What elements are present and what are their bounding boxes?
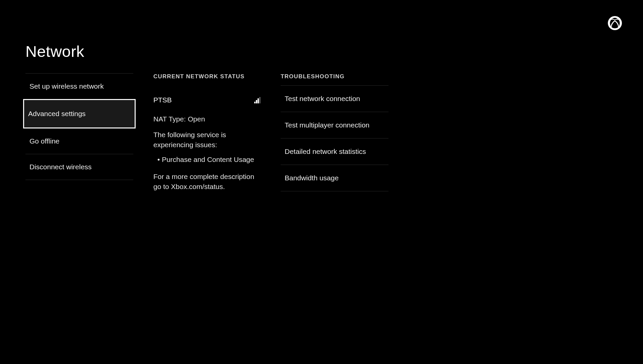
menu-item-disconnect-wireless[interactable]: Disconnect wireless [25,154,133,180]
network-name: PTSB [153,96,172,104]
trouble-item-test-multiplayer[interactable]: Test multiplayer connection [281,112,388,139]
page-title: Network [25,42,618,61]
trouble-item-label: Test multiplayer connection [285,121,369,129]
network-name-row: PTSB [153,96,261,104]
issue-bullet: Purchase and Content Usage [157,156,261,164]
menu-item-go-offline[interactable]: Go offline [25,128,133,154]
settings-menu: Set up wireless network Advanced setting… [25,73,133,197]
trouble-item-bandwidth-usage[interactable]: Bandwidth usage [281,165,388,191]
menu-item-label: Go offline [29,137,60,145]
trouble-item-test-network[interactable]: Test network connection [281,86,388,112]
status-heading: CURRENT NETWORK STATUS [153,73,261,80]
menu-item-label: Disconnect wireless [29,163,92,171]
trouble-item-detailed-stats[interactable]: Detailed network statistics [281,139,388,165]
trouble-item-label: Bandwidth usage [285,174,339,182]
troubleshooting-heading: TROUBLESHOOTING [281,73,388,80]
menu-item-advanced-settings[interactable]: Advanced settings [23,99,136,128]
xbox-logo-icon [608,16,622,30]
menu-item-label: Advanced settings [28,110,86,117]
network-status-panel: CURRENT NETWORK STATUS PTSB NAT Type: Op… [153,73,261,197]
issue-intro-text: The following service is experiencing is… [153,130,261,150]
wifi-signal-icon [254,97,261,103]
nat-type-text: NAT Type: Open [153,114,261,124]
status-footer-text: For a more complete description go to Xb… [153,172,261,191]
troubleshooting-panel: TROUBLESHOOTING Test network connection … [281,73,388,197]
menu-item-setup-wireless[interactable]: Set up wireless network [25,74,133,99]
menu-item-label: Set up wireless network [29,82,104,90]
trouble-item-label: Detailed network statistics [285,148,366,155]
trouble-item-label: Test network connection [285,95,360,102]
